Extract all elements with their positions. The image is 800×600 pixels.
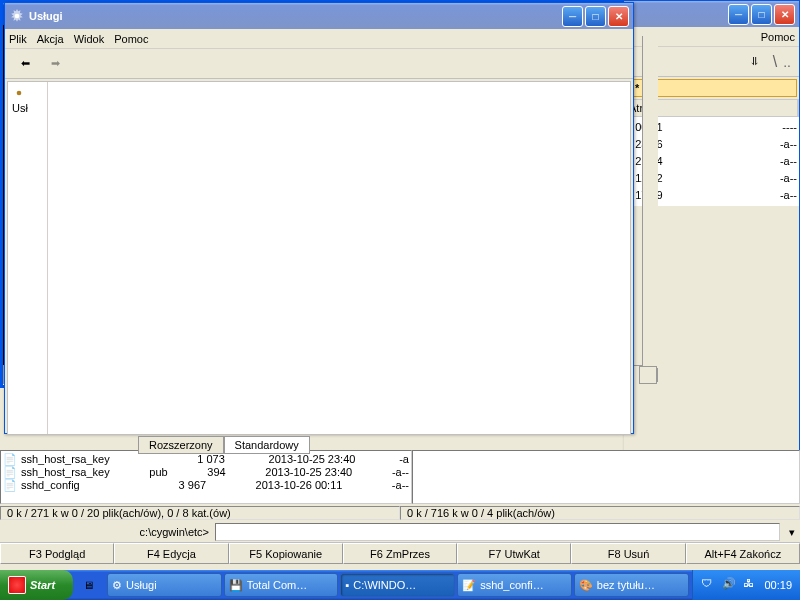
scroll-down-icon[interactable]: ▾ (644, 368, 658, 382)
clock[interactable]: 00:19 (764, 579, 792, 591)
command-prompt-label: c:\cygwin\etc> (0, 526, 215, 538)
command-input[interactable] (215, 523, 780, 541)
gear-icon (9, 8, 25, 24)
services-content: Usł Rozszerzony Standardowy (7, 81, 631, 435)
close-button[interactable]: ✕ (774, 4, 795, 25)
totalcommander-area: 📄ssh_host_rsa_key1 0732013-10-25 23:40-a… (0, 450, 800, 580)
status-right: 0 k / 716 k w 0 / 4 plik(ach/ów) (400, 506, 800, 520)
window-title: Usługi (29, 10, 562, 22)
tray-volume-icon[interactable]: 🔊 (722, 577, 738, 593)
task-uslugi[interactable]: ⚙Usługi (107, 573, 222, 597)
show-desktop-icon[interactable]: 🖥 (79, 574, 97, 596)
bg-titlebar[interactable]: ─ □ ✕ (624, 1, 799, 27)
task-beztytulu[interactable]: 🎨bez tytułu… (574, 573, 689, 597)
file-icon: 📄 (3, 466, 17, 479)
menu-akcja[interactable]: Akcja (37, 33, 64, 45)
f8-button[interactable]: F8 Usuń (571, 543, 685, 564)
dropdown-icon[interactable]: ⥥ (743, 50, 767, 74)
maximize-button[interactable]: □ (585, 6, 606, 27)
menu-plik[interactable]: Plik (9, 33, 27, 45)
gear-icon: ⚙ (112, 579, 122, 592)
vertical-scrollbar[interactable]: ▾ (642, 36, 658, 382)
command-row: c:\cygwin\etc> ▾ (0, 522, 800, 542)
status-bar: 0 k / 271 k w 0 / 20 plik(ach/ów), 0 / 8… (0, 504, 800, 522)
task-sshdconfig[interactable]: 📝sshd_confi… (457, 573, 572, 597)
tab-rozszerzony[interactable]: Rozszerzony (138, 436, 224, 454)
file-row: 📄ssh_host_rsa_key1 0732013-10-25 23:40-a (3, 453, 409, 466)
tray-shield-icon[interactable]: 🛡 (701, 577, 717, 593)
back-icon[interactable]: ⬅ (13, 52, 37, 76)
file-icon: 📄 (3, 479, 17, 492)
disk-icon: 💾 (229, 579, 243, 592)
menu-pomoc[interactable]: Pomoc (761, 31, 795, 43)
services-titlebar[interactable]: Usługi ─ □ ✕ (5, 3, 633, 29)
left-file-panel[interactable]: 📄ssh_host_rsa_key1 0732013-10-25 23:40-a… (0, 450, 412, 504)
forward-icon[interactable]: ➡ (43, 52, 67, 76)
paint-icon: 🎨 (579, 579, 593, 592)
right-file-panel[interactable] (412, 450, 800, 504)
notepad-icon: 📝 (462, 579, 476, 592)
menu-pomoc[interactable]: Pomoc (114, 33, 148, 45)
sidebar-item[interactable]: Usł (8, 82, 48, 434)
f7-button[interactable]: F7 UtwKat (457, 543, 571, 564)
f4-button[interactable]: F4 Edycja (114, 543, 228, 564)
menu-widok[interactable]: Widok (74, 33, 105, 45)
function-keys: F3 Podgląd F4 Edycja F5 Kopiowanie F6 Zm… (0, 542, 800, 564)
start-button[interactable]: Start (0, 570, 73, 600)
system-tray[interactable]: 🛡 🔊 🖧 00:19 (692, 570, 800, 600)
f6-button[interactable]: F6 ZmPrzes (343, 543, 457, 564)
tab-standardowy[interactable]: Standardowy (224, 436, 310, 454)
dropdown-icon[interactable]: ▾ (784, 526, 800, 539)
altf4-button[interactable]: Alt+F4 Zakończ (686, 543, 800, 564)
close-button[interactable]: ✕ (608, 6, 629, 27)
file-icon: 📄 (3, 453, 17, 466)
services-toolbar: ⬅ ➡ (5, 49, 633, 79)
maximize-button[interactable]: □ (751, 4, 772, 25)
cmd-icon: ▪ (345, 579, 349, 591)
minimize-button[interactable]: ─ (562, 6, 583, 27)
f5-button[interactable]: F5 Kopiowanie (229, 543, 343, 564)
f3-button[interactable]: F3 Podgląd (0, 543, 114, 564)
services-window: Usługi ─ □ ✕ Plik Akcja Widok Pomoc ⬅ ➡ … (4, 2, 634, 434)
file-row: 📄sshd_config3 9672013-10-26 00:11-a-- (3, 479, 409, 492)
task-cmd[interactable]: ▪C:\WINDO… (340, 573, 455, 597)
tray-network-icon[interactable]: 🖧 (743, 577, 759, 593)
task-totalcommander[interactable]: 💾Total Com… (224, 573, 339, 597)
services-menubar: Plik Akcja Widok Pomoc (5, 29, 633, 49)
status-left: 0 k / 271 k w 0 / 20 plik(ach/ów), 0 / 8… (0, 506, 400, 520)
svg-point-1 (17, 91, 22, 96)
minimize-button[interactable]: ─ (728, 4, 749, 25)
quick-launch: 🖥 (73, 574, 103, 596)
file-row: 📄ssh_host_rsa_keypub3942013-10-25 23:40-… (3, 466, 409, 479)
taskbar: Start 🖥 ⚙Usługi 💾Total Com… ▪C:\WINDO… 📝… (0, 570, 800, 600)
task-buttons: ⚙Usługi 💾Total Com… ▪C:\WINDO… 📝sshd_con… (103, 573, 692, 597)
